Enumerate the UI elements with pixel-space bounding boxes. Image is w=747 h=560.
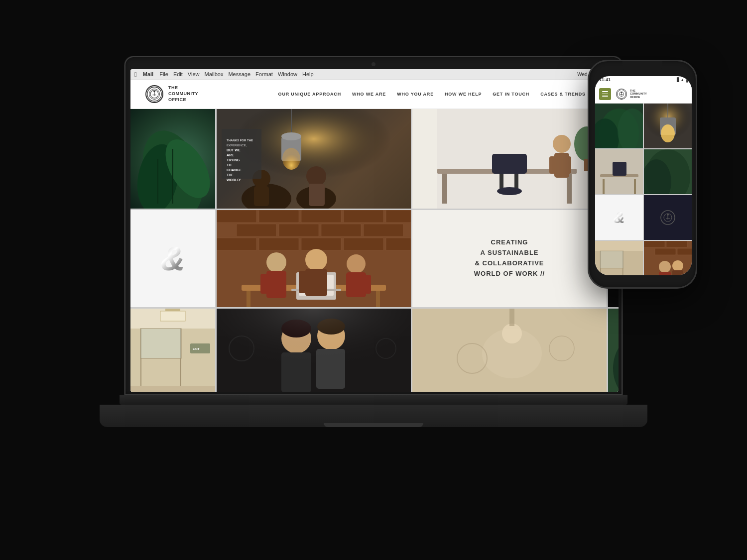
grid-cell-ampersand: &: [130, 210, 215, 307]
os-menubar:  Mail File Edit View Mailbox Message Fo…: [130, 69, 619, 80]
svg-rect-56: [259, 210, 299, 223]
svg-rect-92: [130, 386, 215, 392]
grid-cell-leaves: [130, 109, 215, 209]
svg-rect-150: [666, 241, 687, 247]
phone-menu-line-icon: [602, 96, 608, 97]
svg-rect-80: [299, 271, 306, 293]
svg-rect-34: [567, 174, 572, 204]
svg-rect-59: [386, 210, 411, 223]
svg-rect-43: [412, 109, 437, 209]
svg-rect-35: [492, 154, 527, 174]
laptop-camera: [372, 62, 375, 66]
svg-text:THANKS FOR THE: THANKS FOR THE: [227, 139, 253, 142]
svg-rect-64: [217, 238, 256, 250]
menu-edit[interactable]: Edit: [173, 71, 183, 77]
site-nav: THE COMMUNITY OFFICE OUR UNIQUE APPROACH…: [130, 80, 619, 109]
svg-rect-87: [165, 309, 180, 311]
photo-grid: THANKS FOR THE EXPERIENCE, BUT WE ARE TR…: [130, 109, 619, 392]
svg-rect-147: [600, 251, 623, 268]
svg-point-38: [497, 187, 522, 195]
svg-rect-37: [514, 174, 518, 189]
nav-who-we-are[interactable]: WHO WE ARE: [352, 92, 386, 97]
svg-rect-55: [217, 210, 256, 223]
svg-point-39: [553, 135, 571, 153]
menu-mailbox[interactable]: Mailbox: [205, 71, 224, 77]
phone-menu-line-icon: [602, 94, 608, 95]
grid-cell-plants-row3: [608, 309, 619, 392]
svg-point-154: [659, 261, 671, 273]
svg-rect-68: [386, 238, 411, 250]
grid-cell-workshop: THANKS FOR THE EXPERIENCE, BUT WE ARE TR…: [217, 109, 411, 209]
website-content: THE COMMUNITY OFFICE OUR UNIQUE APPROACH…: [130, 80, 619, 392]
svg-point-78: [305, 249, 327, 271]
svg-point-1: [150, 90, 158, 98]
nav-links: OUR UNIQUE APPROACH WHO WE ARE WHO YOU A…: [278, 92, 604, 97]
nav-our-unique-approach[interactable]: OUR UNIQUE APPROACH: [278, 92, 341, 97]
svg-rect-151: [655, 248, 676, 255]
phone-signal-icon: ▊: [677, 78, 680, 82]
phone-menu-button[interactable]: [599, 88, 611, 100]
os-app-name[interactable]: Mail: [143, 71, 153, 77]
site-logo[interactable]: THE COMMUNITY OFFICE: [145, 85, 198, 103]
svg-rect-134: [634, 179, 636, 194]
nav-how-we-help[interactable]: HOW WE HELP: [445, 92, 482, 97]
svg-point-129: [661, 124, 675, 142]
menu-format[interactable]: Format: [255, 71, 273, 77]
menu-window[interactable]: Window: [278, 71, 297, 77]
phone-grid-cell-3: [595, 149, 643, 194]
ampersand-symbol: &: [160, 239, 185, 278]
phone-logo-text: THE COMMUNITY OFFICE: [630, 89, 647, 99]
phone-grid-cell-collab: [644, 241, 692, 275]
phone-grid-cell-corridor: [595, 241, 643, 275]
svg-text:BUT WE: BUT WE: [227, 148, 241, 152]
svg-point-140: [667, 214, 669, 216]
nav-cases-trends[interactable]: CASES & TRENDS: [540, 92, 586, 97]
phone-ampersand: &: [613, 209, 624, 227]
nav-get-in-touch[interactable]: GET IN TOUCH: [493, 92, 529, 97]
svg-rect-102: [217, 309, 411, 392]
phone-time: 11:41: [599, 77, 611, 82]
phone: 11:41 ▊ ▴ ▐: [588, 60, 697, 289]
phone-grid: &: [595, 104, 692, 275]
nav-who-you-are[interactable]: WHO YOU ARE: [397, 92, 434, 97]
logo-circle-icon: [145, 85, 163, 103]
phone-nav: THE COMMUNITY OFFICE: [595, 85, 692, 104]
svg-rect-66: [301, 238, 341, 250]
os-bar-left:  Mail File Edit View Mailbox Message Fo…: [134, 71, 314, 78]
svg-rect-67: [344, 238, 383, 250]
svg-text:CHANGE: CHANGE: [227, 168, 242, 172]
svg-rect-71: [376, 291, 380, 307]
svg-rect-133: [603, 179, 605, 194]
apple-logo-icon: : [134, 71, 137, 78]
grid-cell-tagline: CREATING A SUSTAINABLE & COLLABORATIVE W…: [412, 210, 607, 307]
scene:  Mail File Edit View Mailbox Message Fo…: [0, 0, 747, 560]
svg-text:THE: THE: [227, 173, 234, 177]
logo-text: THE COMMUNITY OFFICE: [168, 85, 198, 103]
laptop-hinge: [120, 395, 627, 405]
svg-rect-33: [442, 174, 447, 204]
svg-rect-62: [321, 224, 361, 236]
svg-point-107: [502, 324, 522, 343]
svg-point-156: [672, 260, 683, 271]
menu-file[interactable]: File: [159, 71, 168, 77]
laptop-base: [100, 405, 647, 427]
laptop-screen-outer:  Mail File Edit View Mailbox Message Fo…: [124, 56, 622, 395]
menu-message[interactable]: Message: [228, 71, 250, 77]
svg-point-81: [347, 254, 366, 273]
svg-text:TO: TO: [227, 163, 232, 167]
phone-logo-circle: [616, 89, 627, 100]
svg-rect-152: [677, 248, 692, 255]
grid-cell-collaboration: [217, 210, 411, 307]
svg-rect-70: [247, 291, 250, 307]
phone-grid-cell-4: [644, 149, 692, 194]
phone-grid-cell-ampersand: &: [595, 195, 643, 240]
svg-rect-16: [309, 184, 325, 206]
svg-point-15: [306, 166, 326, 186]
grid-cell-dark-people: [217, 309, 411, 392]
menu-view[interactable]: View: [188, 71, 200, 77]
svg-rect-61: [279, 224, 319, 236]
svg-text:WORLD': WORLD': [227, 178, 241, 182]
svg-point-0: [147, 87, 161, 101]
menu-help[interactable]: Help: [302, 71, 314, 77]
svg-rect-79: [305, 269, 327, 296]
